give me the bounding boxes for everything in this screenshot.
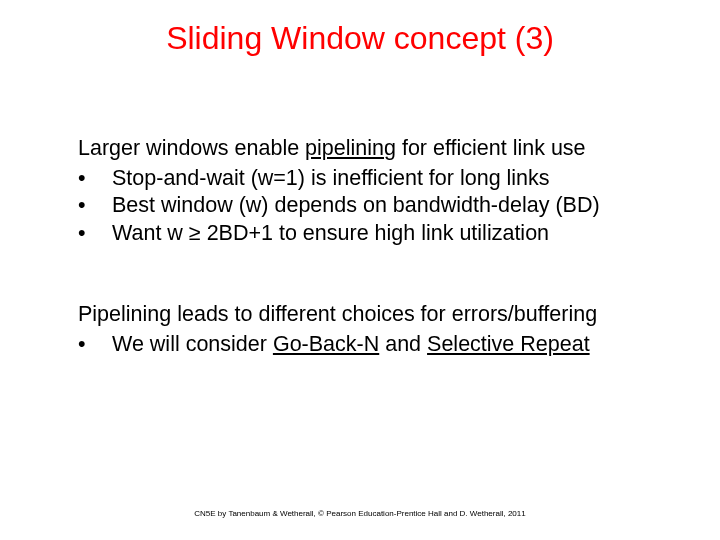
bullet-icon: •	[78, 192, 112, 220]
bullet-text: Best window (w) depends on bandwidth-del…	[112, 192, 600, 220]
list-item: • Want w ≥ 2BD+1 to ensure high link uti…	[78, 220, 660, 248]
bullet-text-u1: Go-Back-N	[273, 332, 379, 356]
footer-credit: CN5E by Tanenbaum & Wetherall, © Pearson…	[0, 509, 720, 518]
bullet-text-mid: and	[379, 332, 427, 356]
section1-bullets: • Stop-and-wait (w=1) is inefficient for…	[78, 165, 660, 248]
slide-body: Larger windows enable pipelining for eff…	[78, 135, 660, 358]
section2: Pipelining leads to different choices fo…	[78, 301, 660, 358]
bullet-text-u2: Selective Repeat	[427, 332, 590, 356]
bullet-text: Stop-and-wait (w=1) is inefficient for l…	[112, 165, 550, 193]
section1-lead: Larger windows enable pipelining for eff…	[78, 135, 660, 163]
section1-lead-pre: Larger windows enable	[78, 136, 305, 160]
section2-bullets: • We will consider Go-Back-N and Selecti…	[78, 331, 660, 359]
bullet-text-pre: We will consider	[112, 332, 273, 356]
list-item: • Stop-and-wait (w=1) is inefficient for…	[78, 165, 660, 193]
list-item: • Best window (w) depends on bandwidth-d…	[78, 192, 660, 220]
slide-title: Sliding Window concept (3)	[0, 20, 720, 57]
bullet-icon: •	[78, 165, 112, 193]
bullet-icon: •	[78, 220, 112, 248]
bullet-text: We will consider Go-Back-N and Selective…	[112, 331, 590, 359]
section1-lead-underlined: pipelining	[305, 136, 396, 160]
section2-lead: Pipelining leads to different choices fo…	[78, 301, 660, 329]
list-item: • We will consider Go-Back-N and Selecti…	[78, 331, 660, 359]
section1-lead-post: for efficient link use	[396, 136, 586, 160]
slide: Sliding Window concept (3) Larger window…	[0, 0, 720, 540]
bullet-text: Want w ≥ 2BD+1 to ensure high link utili…	[112, 220, 549, 248]
bullet-icon: •	[78, 331, 112, 359]
